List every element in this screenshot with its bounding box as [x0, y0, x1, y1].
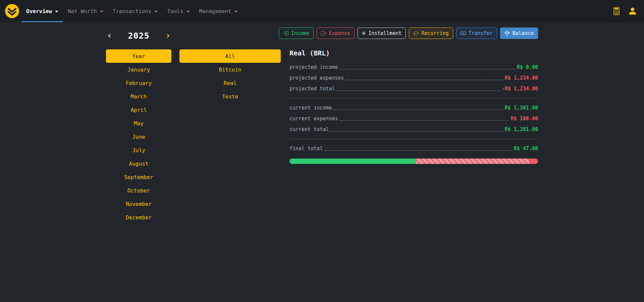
box-arrow-in-right-icon [283, 31, 288, 36]
divider [289, 139, 538, 139]
app-logo[interactable] [5, 0, 19, 22]
currency-title: Real (BRL) [289, 49, 538, 57]
progress-green [289, 159, 416, 164]
row-value: R$ 1,381.00 [505, 105, 538, 111]
month-item-november[interactable]: November [106, 197, 171, 211]
nav-label-transactions: Transactions [113, 8, 152, 14]
income-filter-button[interactable]: Income [279, 28, 314, 39]
dotted-leader [330, 131, 503, 132]
transaction-type-filters: Income Expense ÷ Installment [289, 28, 538, 39]
month-item-april[interactable]: April [106, 103, 171, 117]
scales-icon [504, 31, 510, 36]
calculator-icon[interactable] [612, 7, 621, 15]
nav-item-tools[interactable]: Tools [162, 0, 194, 22]
row-label: current income [289, 105, 332, 111]
chevron-down-icon [234, 11, 238, 12]
main-navigation: Overview Net Worth Transactions Tools Ma… [21, 0, 243, 22]
expense-filter-label: Expense [329, 30, 350, 36]
year-label: 2025 [128, 31, 149, 41]
row-value: -R$ 1,234.00 [502, 86, 538, 92]
row-value: R$ 0.00 [517, 64, 538, 70]
year-button[interactable]: Year [106, 49, 171, 63]
summary-row-projected-expenses: projected expenses R$ 1,234.00 [289, 73, 538, 83]
nav-item-overview[interactable]: Overview [21, 0, 63, 22]
chevron-down-icon [55, 11, 58, 12]
summary-row-current-total: current total R$ 1,281.00 [289, 124, 538, 135]
row-label: current total [289, 126, 329, 132]
finance-app: Overview Net Worth Transactions Tools Ma… [0, 0, 644, 302]
navbar-right-icons [612, 0, 641, 22]
dotted-leader [333, 110, 503, 110]
progress-red [529, 159, 538, 164]
wallet-selector: All Bitcoin Real Teste [179, 49, 281, 103]
chevron-down-icon [154, 11, 158, 12]
wallet-item-real[interactable]: Real [179, 76, 281, 90]
month-item-october[interactable]: October [106, 184, 171, 197]
arrow-repeat-icon [413, 31, 419, 36]
recurring-filter-label: Recurring [421, 30, 448, 36]
summary-row-current-expenses: current expenses R$ 100.00 [289, 113, 538, 124]
nav-label-management: Management [199, 8, 231, 14]
dotted-leader [346, 80, 503, 80]
row-label: final total [289, 145, 323, 152]
month-item-august[interactable]: August [106, 157, 171, 170]
summary-row-current-income: current income R$ 1,381.00 [289, 102, 538, 113]
month-item-july[interactable]: July [106, 143, 171, 157]
chevron-down-icon [186, 11, 190, 12]
summary-row-final-total: final total R$ 47.00 [289, 143, 538, 154]
income-filter-label: Income [291, 30, 309, 36]
box-arrow-right-icon [321, 31, 326, 36]
wallet-item-teste[interactable]: Teste [179, 90, 281, 103]
main-content: ‹ 2025 › Year January February March Apr… [106, 22, 538, 302]
row-label: projected expenses [289, 75, 344, 81]
summary-rows: projected income R$ 0.00 projected expen… [289, 62, 538, 154]
logo-icon [5, 4, 19, 18]
nav-item-net-worth[interactable]: Net Worth [63, 0, 108, 22]
all-wallets-button[interactable]: All [179, 49, 281, 63]
wallet-item-bitcoin[interactable]: Bitcoin [179, 63, 281, 76]
installment-filter-button[interactable]: ÷ Installment [358, 28, 406, 39]
row-value: R$ 100.00 [511, 116, 538, 122]
row-label: projected total [289, 86, 335, 92]
year-navigation: ‹ 2025 › [106, 29, 171, 42]
cash-icon [461, 31, 466, 36]
row-value: R$ 47.00 [514, 145, 538, 152]
month-item-september[interactable]: September [106, 170, 171, 184]
divider [289, 98, 538, 98]
summary-row-projected-total: projected total -R$ 1,234.00 [289, 83, 538, 94]
balance-filter-label: Balance [513, 30, 534, 36]
nav-label-net-worth: Net Worth [68, 8, 97, 14]
nav-label-tools: Tools [167, 8, 183, 14]
nav-item-management[interactable]: Management [195, 0, 243, 22]
month-item-march[interactable]: March [106, 90, 171, 103]
top-navbar: Overview Net Worth Transactions Tools Ma… [0, 0, 644, 22]
month-item-june[interactable]: June [106, 130, 171, 143]
transfer-filter-button[interactable]: Transfer [456, 28, 497, 39]
dotted-leader [324, 150, 512, 151]
prev-year-button[interactable]: ‹ [107, 31, 112, 40]
month-item-december[interactable]: December [106, 211, 171, 224]
expense-filter-button[interactable]: Expense [317, 28, 355, 39]
row-value: R$ 1,281.00 [505, 126, 538, 132]
period-selector: ‹ 2025 › Year January February March Apr… [106, 29, 171, 224]
dotted-leader [336, 90, 500, 91]
nav-item-transactions[interactable]: Transactions [108, 0, 163, 22]
chevron-down-icon [100, 11, 103, 12]
month-item-february[interactable]: February [106, 76, 171, 90]
transfer-filter-label: Transfer [469, 30, 493, 36]
month-item-may[interactable]: May [106, 117, 171, 130]
row-value: R$ 1,234.00 [505, 75, 538, 81]
balance-filter-button[interactable]: Balance [500, 28, 538, 39]
summary-row-projected-income: projected income R$ 0.00 [289, 62, 538, 73]
month-item-january[interactable]: January [106, 63, 171, 76]
installment-filter-label: Installment [368, 30, 401, 36]
divide-icon: ÷ [362, 30, 366, 36]
dotted-leader [340, 69, 515, 70]
row-label: projected income [289, 64, 338, 70]
nav-label-overview: Overview [26, 8, 52, 14]
progress-striped [416, 159, 529, 164]
recurring-filter-button[interactable]: Recurring [409, 28, 453, 39]
next-year-button[interactable]: › [165, 31, 171, 40]
profile-icon[interactable] [628, 6, 637, 16]
dotted-leader [340, 120, 509, 121]
